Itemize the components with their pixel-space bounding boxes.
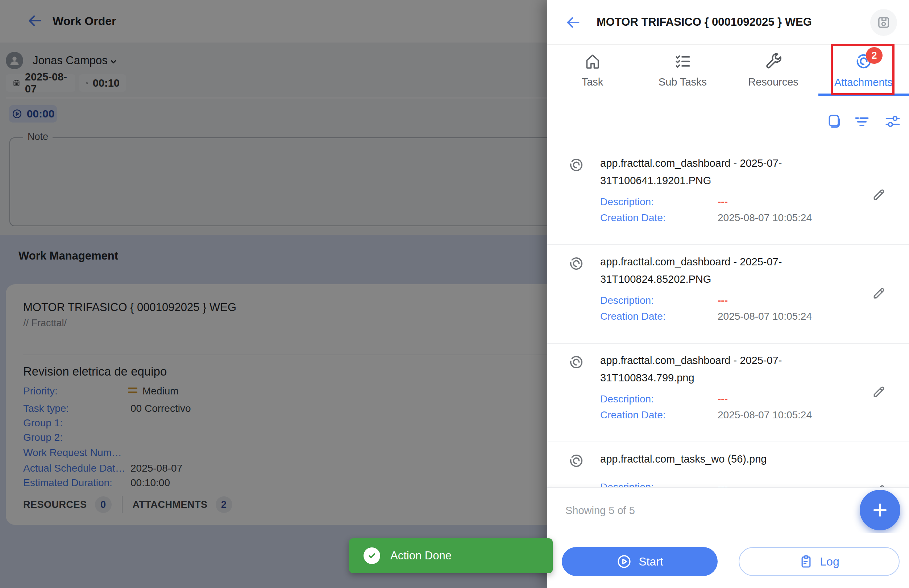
annotation-highlight-rect xyxy=(831,44,894,95)
attachment-creation-row: Creation Date: 2025-08-07 10:05:24 xyxy=(600,212,883,226)
paperclip-icon xyxy=(568,255,584,272)
checklist-icon xyxy=(674,52,692,70)
attachment-filename: app.fracttal.com_dashboard - 2025-07-31T… xyxy=(600,154,870,189)
home-icon xyxy=(583,52,602,70)
attachment-description-row: Description: --- xyxy=(600,196,883,211)
attachment-row[interactable]: app.fracttal.com_tasks_wo (56).png Descr… xyxy=(547,442,909,487)
attachments-list: app.fracttal.com_dashboard - 2025-07-31T… xyxy=(547,147,909,487)
plus-icon xyxy=(870,501,890,520)
attachment-description-row: Description: --- xyxy=(600,295,883,309)
attachment-description-row: Description: --- xyxy=(600,393,883,408)
tune-settings-icon[interactable] xyxy=(885,113,901,129)
attachment-filename: app.fracttal.com_tasks_wo (56).png xyxy=(600,450,870,468)
multi-select-icon[interactable] xyxy=(827,113,843,129)
toast-action-done: Action Done xyxy=(349,538,553,573)
list-footer: Showing 5 of 5 xyxy=(547,487,909,533)
attachment-filename: app.fracttal.com_dashboard - 2025-07-31T… xyxy=(600,253,870,288)
back-arrow-icon[interactable] xyxy=(565,14,581,31)
drawer-title: MOTOR TRIFASICO { 0001092025 } WEG xyxy=(597,0,812,44)
clipboard-icon xyxy=(799,554,813,569)
play-circle-icon xyxy=(616,554,632,570)
attachment-row[interactable]: app.fracttal.com_dashboard - 2025-07-31T… xyxy=(547,245,909,344)
attachment-filename: app.fracttal.com_dashboard - 2025-07-31T… xyxy=(600,352,870,386)
toast-message: Action Done xyxy=(390,549,452,562)
tab-task[interactable]: Task xyxy=(547,45,638,96)
save-button[interactable] xyxy=(870,9,897,36)
log-button[interactable]: Log xyxy=(739,547,899,576)
check-circle-icon xyxy=(363,548,380,564)
attachment-creation-row: Creation Date: 2025-08-07 10:05:24 xyxy=(600,409,883,424)
attachment-row[interactable]: app.fracttal.com_dashboard - 2025-07-31T… xyxy=(547,147,909,245)
showing-count: Showing 5 of 5 xyxy=(565,488,635,533)
filter-icon[interactable] xyxy=(854,113,870,129)
add-attachment-fab[interactable] xyxy=(860,490,900,530)
paperclip-icon xyxy=(568,157,584,173)
edit-pencil-icon[interactable] xyxy=(871,384,887,399)
drawer-header: MOTOR TRIFASICO { 0001092025 } WEG xyxy=(547,0,909,45)
attachment-description-row: Description: --- xyxy=(600,481,883,487)
attachment-creation-row: Creation Date: 2025-08-07 10:05:24 xyxy=(600,311,883,325)
edit-pencil-icon[interactable] xyxy=(871,482,887,487)
edit-pencil-icon[interactable] xyxy=(871,186,887,202)
save-icon xyxy=(876,15,891,30)
paperclip-icon xyxy=(568,354,584,370)
wrench-icon xyxy=(764,52,783,70)
tab-sub-tasks[interactable]: Sub Tasks xyxy=(638,45,728,96)
tab-resources[interactable]: Resources xyxy=(728,45,819,96)
drawer-actions: Start Log xyxy=(547,533,909,588)
edit-pencil-icon[interactable] xyxy=(871,285,887,301)
paperclip-icon xyxy=(568,452,584,469)
attachment-row[interactable]: app.fracttal.com_dashboard - 2025-07-31T… xyxy=(547,344,909,442)
start-button[interactable]: Start xyxy=(562,547,718,576)
app-root: Work Order Jonas Campos 2025-08-07 00:10… xyxy=(0,0,909,588)
